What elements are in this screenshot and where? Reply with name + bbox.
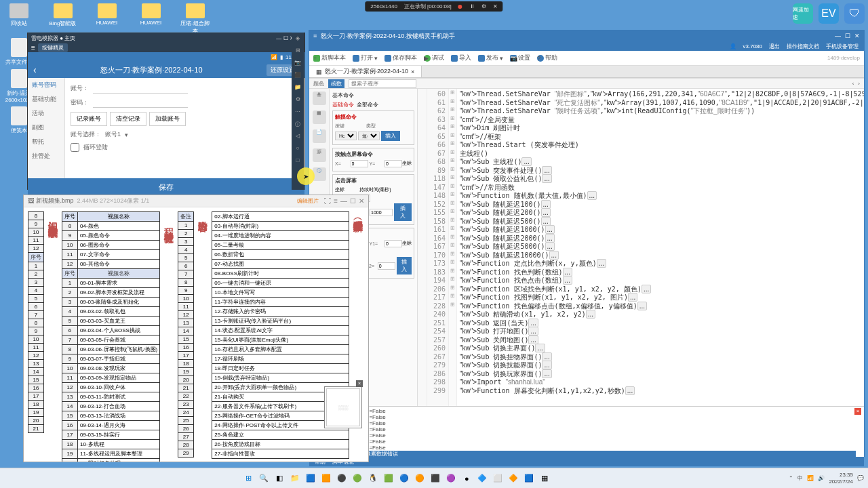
publish-button[interactable]: 发布 ▾ <box>478 54 503 62</box>
color-tab[interactable]: 颜色 <box>313 80 324 87</box>
taskview-icon[interactable]: ◧ <box>273 472 286 485</box>
expand-icon[interactable]: ⛶ <box>324 197 331 205</box>
emulator-titlebar[interactable]: 雷电模拟器 ● 主页 — ☐ ✕ ⋮ <box>28 33 304 43</box>
loop-checkbox[interactable] <box>71 143 79 152</box>
file-tab[interactable]: ▦怒火一刀·教学案例·2022-04-10× <box>309 66 422 77</box>
code-area[interactable]: "kw">Thread.SetShareVar "邮件图标","kw">Arra… <box>457 89 864 406</box>
close-icon[interactable]: ✕ <box>359 197 364 205</box>
maximize-icon[interactable]: ☐ <box>283 35 288 41</box>
tool-code-icon[interactable]: 源 <box>313 148 326 162</box>
search-input[interactable] <box>349 79 416 88</box>
ide-titlebar[interactable]: ≡怒火一刀·教学案例·2022-04-10.按键精灵手机助手 —☐✕ <box>309 30 864 41</box>
close-output-icon[interactable]: × <box>854 408 861 415</box>
encrypt-button[interactable]: 加载账号 <box>149 112 186 126</box>
app-icon[interactable]: 🔶 <box>507 472 520 485</box>
record-icon[interactable] <box>458 5 462 9</box>
minimize-icon[interactable]: — <box>340 197 347 205</box>
import-button[interactable]: 导入 <box>451 54 471 62</box>
app-icon[interactable]: 🔵 <box>397 472 411 485</box>
tool-icon[interactable]: 📷 <box>293 60 302 69</box>
app-icon[interactable]: 🟧 <box>319 472 333 485</box>
account-select[interactable]: 账号1 <box>105 130 121 139</box>
key-select[interactable]: Home <box>335 131 357 140</box>
app-icon[interactable]: 🐧 <box>366 472 380 485</box>
account-input[interactable] <box>93 83 188 94</box>
settings-button[interactable]: 📷设置 <box>510 54 530 62</box>
tray-sound-icon[interactable]: 🔊 <box>818 475 825 481</box>
logout-link[interactable]: 退出 <box>769 43 780 50</box>
app-icon[interactable]: 🟩 <box>382 472 395 485</box>
pause-icon[interactable]: ⏸ <box>469 3 475 9</box>
clear-button[interactable]: 清空记录 <box>110 112 146 126</box>
minimize-icon[interactable]: — <box>276 35 281 41</box>
speed-badge[interactable]: 网速加速 <box>793 3 813 24</box>
insert-button[interactable]: 插入 <box>381 131 400 141</box>
date-label[interactable]: 2022/7/24 <box>829 479 853 485</box>
type-select[interactable]: 短按 <box>358 131 380 140</box>
tool-basic-icon[interactable]: 基 <box>313 92 326 105</box>
recycle-bin-icon[interactable]: 回收站 <box>3 3 34 35</box>
folder-icon[interactable]: HUAWEI <box>136 3 166 35</box>
app-icon[interactable]: 🟦 <box>304 472 317 485</box>
tool-grid-icon[interactable]: ▦ <box>313 110 326 124</box>
y2-input[interactable] <box>378 262 395 270</box>
shield-badge[interactable]: 🛡 <box>844 3 865 24</box>
tool-icon[interactable]: 📁 <box>293 84 302 94</box>
app-icon[interactable]: ⬛ <box>429 472 442 485</box>
x-input[interactable] <box>351 160 368 167</box>
panel-tab[interactable]: 基本命令 <box>332 92 414 99</box>
tool-icon[interactable]: ⚙ <box>293 96 302 106</box>
nav-back-icon[interactable]: ◁ <box>293 133 302 142</box>
code-editor[interactable]: 60 61 62 63 64 65 66 67 68 89 118 147 14… <box>418 89 864 406</box>
app-icon[interactable]: 🔷 <box>475 472 489 485</box>
maximize-icon[interactable]: ☐ <box>350 197 356 205</box>
app-icon[interactable]: ▦ <box>538 472 551 485</box>
maximize-icon[interactable]: ☐ <box>845 33 850 39</box>
folder-icon[interactable]: Bing智能版 <box>47 3 78 35</box>
app-icon[interactable]: ⚫ <box>335 472 349 485</box>
insert-button[interactable]: 插入 <box>397 257 412 274</box>
sidebar-item[interactable]: 基础功能 <box>28 92 64 106</box>
tool-icon[interactable]: ⋯ <box>293 108 302 118</box>
tray-up-icon[interactable]: ⌃ <box>789 475 793 481</box>
app-icon[interactable]: ⬜ <box>491 472 505 485</box>
tray-lang-icon[interactable]: 中 <box>797 474 803 482</box>
record-button[interactable]: 记录账号 <box>71 112 107 126</box>
close-tab-icon[interactable]: × <box>411 68 414 75</box>
emulator-tab[interactable]: 按键精灵 <box>38 43 68 52</box>
app-icon[interactable]: ● <box>460 472 473 485</box>
back-icon[interactable]: ‹ <box>33 64 37 75</box>
app-icon[interactable]: 🟢 <box>351 472 364 485</box>
app-icon[interactable]: 🟣 <box>444 472 458 485</box>
app-icon[interactable]: 🟠 <box>413 472 427 485</box>
tool-icon[interactable]: ⊞ <box>293 47 302 57</box>
close-icon[interactable]: × <box>356 380 363 387</box>
nav-prev-icon[interactable]: ‹ <box>852 81 854 87</box>
insert-button[interactable]: 插入 <box>394 203 412 221</box>
sidebar-item[interactable]: 帮托 <box>28 135 64 149</box>
sidebar-item[interactable]: 活动 <box>28 106 64 121</box>
hamburger-icon[interactable]: ≡ <box>313 33 317 39</box>
start-button[interactable]: ⊞ <box>241 472 255 485</box>
floating-inspector[interactable]: × ░░░ <box>324 386 362 428</box>
password-input[interactable] <box>93 98 188 108</box>
explorer-icon[interactable]: 📁 <box>288 472 302 485</box>
fold-gutter[interactable]: ⊞ ⊞ ⊞ ⊞ ⊞ ⊞ ⊞ ⊞ ⊞ ⊞ ⊞ ⊞ ⊞ ⊞ ⊞ ⊞ ⊞ ⊞ ⊞ ⊞ … <box>449 89 457 406</box>
tool-doc-icon[interactable]: 📄 <box>313 129 326 143</box>
open-button[interactable]: 打开 ▾ <box>353 54 378 62</box>
settings-icon[interactable]: ⚙ <box>481 3 486 9</box>
save-button[interactable]: 保存 <box>28 178 304 197</box>
tool-icon[interactable]: ⓘ <box>293 121 302 130</box>
close-icon[interactable]: ✕ <box>493 3 498 9</box>
help-button[interactable]: ?帮助 <box>537 54 557 62</box>
sidebar-item-account[interactable]: 账号密码 <box>28 78 64 92</box>
folder-icon[interactable]: HUAWEI <box>92 3 122 35</box>
func-tab[interactable]: 函数 <box>328 79 344 88</box>
nav-recent-icon[interactable]: □ <box>293 157 302 167</box>
sidebar-item[interactable]: 挂管处 <box>28 149 64 163</box>
panel-subtab[interactable]: 基础命令 <box>332 101 354 108</box>
list-icon[interactable]: ≡ <box>334 197 338 205</box>
tool-icon[interactable]: ◈ <box>293 35 302 45</box>
app-icon[interactable]: 🟦 <box>522 472 536 485</box>
sidebar-item[interactable]: 副图 <box>28 121 64 135</box>
